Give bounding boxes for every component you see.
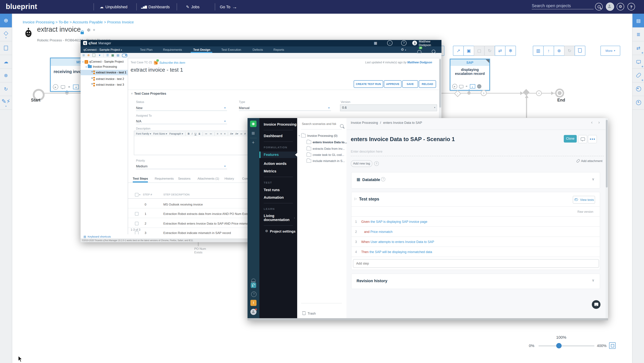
recycle-icon[interactable]: [93, 54, 96, 57]
breadcrumb-project[interactable]: Invoice Processing: [351, 121, 378, 124]
avatar[interactable]: [250, 309, 256, 315]
more-button[interactable]: More▾: [600, 46, 620, 56]
row3-checkbox[interactable]: [135, 231, 138, 234]
menu-test-runs[interactable]: Test runs: [264, 188, 297, 192]
add-tag-button[interactable]: Add new tag: [351, 160, 372, 167]
link-icon[interactable]: ∞: [240, 132, 242, 135]
search-icon[interactable]: [595, 3, 603, 11]
chevron-down-icon[interactable]: ∨: [592, 177, 594, 181]
avatar[interactable]: [606, 3, 614, 11]
nav-unpublished[interactable]: ☁Unpublished: [100, 0, 127, 14]
tab-test-plan[interactable]: Test Plan: [140, 48, 152, 51]
add-attachment-link[interactable]: Add attachment: [577, 158, 602, 163]
artifact-picker-button[interactable]: ◇▾: [0, 27, 12, 41]
align-center-icon[interactable]: ≡: [220, 132, 222, 135]
add-node-button[interactable]: +: [481, 90, 487, 96]
properties-panel-button[interactable]: ▤: [632, 14, 644, 28]
tree-item-selected[interactable]: enters Invoice Data to...: [306, 140, 348, 144]
tab-test-execution[interactable]: Test Execution: [221, 48, 241, 51]
font-size-select[interactable]: Font Sizes ▾: [153, 132, 167, 135]
prev-arrow-icon[interactable]: ‹: [591, 120, 592, 125]
info-icon[interactable]: i: [250, 300, 256, 306]
list-panel-button[interactable]: ≣: [632, 27, 644, 41]
assigned-select[interactable]: N/A▾: [136, 119, 227, 124]
toggle-icon[interactable]: [122, 54, 127, 57]
help-icon[interactable]: ?: [628, 3, 635, 11]
projects-grid-icon[interactable]: ▦: [252, 131, 255, 135]
blueprint-logo[interactable]: blueprint: [6, 3, 37, 11]
more-options-button[interactable]: ⋯: [588, 135, 597, 143]
menu-dashboard[interactable]: Dashboard: [264, 134, 297, 138]
qtest-titlebar[interactable]: q qTest Manager ▦ ↓ ? Matthew Dodgson: [80, 40, 442, 46]
discard-button[interactable]: ⊗: [554, 46, 564, 56]
chat-widget-button[interactable]: [592, 300, 600, 309]
sap-shape[interactable]: SAP displaying escalation record ▸ ⚭ ▴ ⋯: [450, 59, 490, 91]
settings-icon[interactable]: ⚙: [617, 3, 624, 11]
refresh-button[interactable]: ↻: [0, 82, 12, 96]
revision-history-card[interactable]: Revision history ∨: [351, 273, 600, 289]
menu-automation[interactable]: Automation: [264, 195, 297, 199]
tree-item[interactable]: extract invoice - test 3: [80, 83, 128, 87]
tab-test-steps[interactable]: Test Steps: [133, 177, 148, 180]
help-icon[interactable]: ?: [401, 40, 406, 46]
quick-edit-button[interactable]: ✎⚡▾: [0, 96, 12, 110]
raw-version-label[interactable]: Raw version: [578, 210, 593, 213]
step4-text[interactable]: Then the SAP will be displaying mismatch…: [361, 250, 432, 254]
upload-button[interactable]: ↑: [543, 46, 554, 56]
select-all-checkbox[interactable]: [135, 193, 138, 196]
bold-button[interactable]: B: [188, 132, 190, 135]
notifications-bell-icon[interactable]: 20: [417, 48, 421, 55]
end-node[interactable]: [555, 89, 564, 98]
tree-item[interactable]: create task to GL cod...: [306, 153, 348, 156]
tree-item[interactable]: extract invoice - test 2: [80, 77, 128, 81]
create-test-run-button[interactable]: CREATE TEST RUN: [354, 80, 383, 88]
save-button[interactable]: SAVE: [402, 80, 418, 88]
discussions-button[interactable]: ✻: [632, 55, 644, 69]
tab-history[interactable]: History: [224, 177, 234, 180]
paragraph-select[interactable]: Paragraph ▾: [169, 132, 183, 135]
align-right-icon[interactable]: ≡: [224, 132, 226, 135]
italic-button[interactable]: I: [192, 132, 192, 135]
text-color-icon[interactable]: A▾: [230, 132, 233, 135]
avatar[interactable]: [412, 41, 417, 45]
link-icon[interactable]: ⚭: [465, 85, 468, 88]
filter-icon[interactable]: ▼: [98, 54, 101, 57]
approve-button[interactable]: APPROVE: [384, 80, 402, 88]
tab-reports[interactable]: Reports: [274, 48, 284, 51]
flow-dot[interactable]: [467, 91, 470, 95]
shuffle-button[interactable]: ⇄: [495, 46, 506, 56]
utility-button[interactable]: ✻: [505, 46, 516, 56]
scrollbar-track[interactable]: [605, 118, 608, 320]
step2-text[interactable]: and Price mismatch: [364, 230, 392, 233]
version-select[interactable]: 0.6▾: [340, 104, 437, 111]
tab-attachments[interactable]: Attachments (1): [198, 177, 219, 180]
next-arrow-icon[interactable]: ›: [598, 120, 600, 125]
new-folder-icon[interactable]: ⊞: [82, 54, 85, 57]
explorer-globe-button[interactable]: ⊕: [0, 14, 12, 28]
report-icon[interactable]: ▤: [116, 54, 119, 57]
collapse-icon[interactable]: ‹: [294, 216, 295, 219]
strike-button[interactable]: S: [198, 132, 200, 135]
save-button[interactable]: ▥: [533, 46, 544, 56]
menu-action-words[interactable]: Action words: [264, 161, 297, 165]
collapse-caret-icon[interactable]: ∨: [131, 92, 133, 95]
rss-icon[interactable]: 0: [154, 61, 158, 64]
redo-button[interactable]: ↻: [564, 46, 575, 56]
image-icon[interactable]: ▴: [470, 84, 475, 89]
step3-text[interactable]: When User attempts to enters Invoice Dat…: [361, 240, 434, 243]
tab-test-design[interactable]: Test Design: [193, 48, 210, 51]
align-left-icon[interactable]: ≡: [217, 132, 218, 135]
row2-checkbox[interactable]: [135, 222, 138, 225]
add-node-button[interactable]: +: [536, 90, 542, 96]
relationships-button[interactable]: ⇄✻: [632, 41, 644, 55]
cucumber-logo[interactable]: ◉: [250, 120, 256, 127]
tree-item[interactable]: include mismatch in S...: [306, 159, 348, 163]
ellipsis-icon[interactable]: ⋯: [477, 84, 481, 89]
settings-icon[interactable]: ⚙ ▾: [401, 48, 406, 52]
tree-folder[interactable]: ▾ Invoice Processing: [86, 65, 128, 68]
discard-circle-button[interactable]: ⊗: [0, 68, 12, 82]
tree-root[interactable]: ▾ ⌂ qConnect - Sample Project: [82, 60, 128, 64]
help-icon[interactable]: ?: [251, 291, 256, 297]
comments-icon[interactable]: [61, 85, 65, 89]
tab-requirements[interactable]: Requirements: [155, 177, 174, 180]
